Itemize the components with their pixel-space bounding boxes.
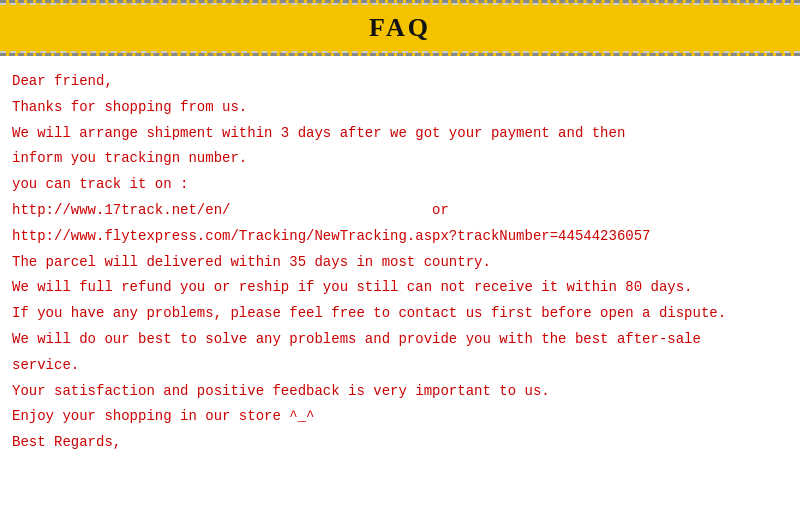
banner-outer: FAQ xyxy=(0,0,800,56)
content-line-line1: Dear friend, xyxy=(12,70,788,94)
content-line-line8: The parcel will delivered within 35 days… xyxy=(12,251,788,275)
content-line-line11: We will do our best to solve any problem… xyxy=(12,328,788,352)
content-line-line6: http://www.17track.net/en/ or xyxy=(12,199,788,223)
faq-title: FAQ xyxy=(369,13,431,42)
content-line-line4: inform you trackingn number. xyxy=(12,147,788,171)
content-line-line14: Enjoy your shopping in our store ^_^ xyxy=(12,405,788,429)
content-line-line12: service. xyxy=(12,354,788,378)
content-line-line10: If you have any problems, please feel fr… xyxy=(12,302,788,326)
page-wrapper: FAQ Dear friend,Thanks for shopping from… xyxy=(0,0,800,526)
content-line-line7: http://www.flytexpress.com/Tracking/NewT… xyxy=(12,225,788,249)
content-line-line13: Your satisfaction and positive feedback … xyxy=(12,380,788,404)
banner-inner: FAQ xyxy=(0,3,800,53)
content-line-line9: We will full refund you or reship if you… xyxy=(12,276,788,300)
content-area: Dear friend,Thanks for shopping from us.… xyxy=(0,56,800,465)
content-line-line2: Thanks for shopping from us. xyxy=(12,96,788,120)
content-line-line5: you can track it on : xyxy=(12,173,788,197)
content-line-line3: We will arrange shipment within 3 days a… xyxy=(12,122,788,146)
content-line-line15: Best Regards, xyxy=(12,431,788,455)
content-lines: Dear friend,Thanks for shopping from us.… xyxy=(12,70,788,455)
